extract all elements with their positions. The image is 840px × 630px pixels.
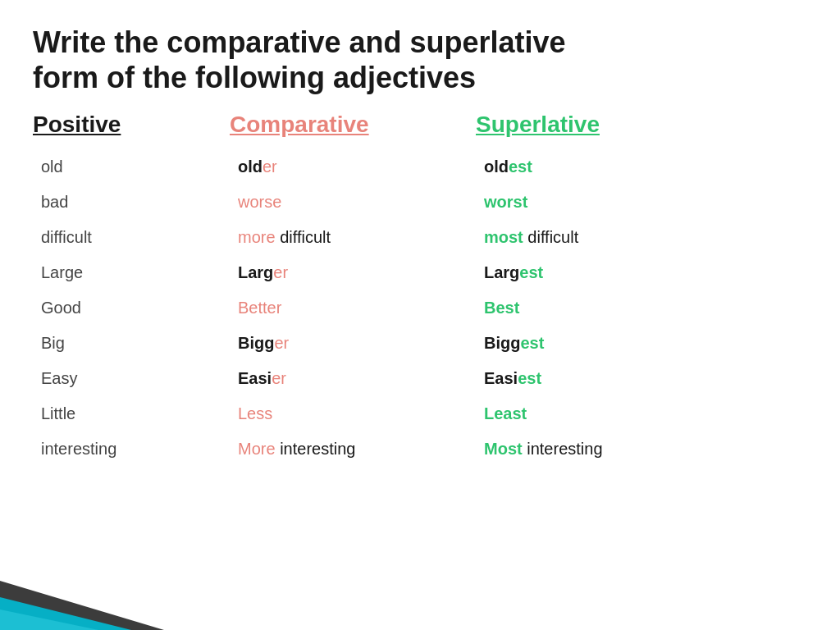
table-header: Positive Comparative Superlative (33, 112, 807, 141)
cell-positive: Easy (33, 369, 230, 388)
cell-superlative: Most interesting (476, 440, 807, 459)
cell-positive: Little (33, 404, 230, 423)
cell-superlative: Least (476, 404, 807, 423)
header-positive: Positive (33, 112, 230, 141)
cell-comparative: more difficult (230, 228, 476, 247)
cell-superlative: Easiest (476, 369, 807, 388)
title-line2: form of the following adjectives (33, 61, 476, 94)
header-comparative: Comparative (230, 112, 476, 141)
table-row: BigBiggerBiggest (33, 326, 807, 361)
cell-comparative: worse (230, 193, 476, 212)
cell-superlative: oldest (476, 158, 807, 176)
cell-positive: bad (33, 193, 230, 212)
table-row: badworseworst (33, 185, 807, 220)
cell-positive: Large (33, 263, 230, 282)
cell-comparative: Larger (230, 263, 476, 282)
cell-superlative: worst (476, 193, 807, 212)
table-row: EasyEasierEasiest (33, 361, 807, 396)
title-line1: Write the comparative and superlative (33, 25, 566, 59)
cell-positive: old (33, 158, 230, 176)
cell-comparative: Better (230, 299, 476, 317)
cell-comparative: More interesting (230, 440, 476, 459)
table-row: LargeLargerLargest (33, 255, 807, 290)
cell-superlative: most difficult (476, 228, 807, 247)
table-body: oldolderoldestbadworseworstdifficultmore… (33, 149, 807, 467)
cell-positive: difficult (33, 228, 230, 247)
table-row: LittleLessLeast (33, 396, 807, 431)
table-row: difficultmore difficultmost difficult (33, 220, 807, 255)
page: Write the comparative and superlative fo… (0, 0, 840, 630)
cell-superlative: Biggest (476, 334, 807, 353)
page-title: Write the comparative and superlative fo… (33, 25, 807, 95)
cell-comparative: Easier (230, 369, 476, 388)
bottom-decoration (0, 564, 246, 630)
cell-comparative: older (230, 158, 476, 176)
cell-positive: Big (33, 334, 230, 353)
table-row: interestingMore interestingMost interest… (33, 431, 807, 467)
cell-superlative: Best (476, 299, 807, 317)
cell-comparative: Bigger (230, 334, 476, 353)
cell-positive: Good (33, 299, 230, 317)
table-row: GoodBetterBest (33, 290, 807, 326)
cell-superlative: Largest (476, 263, 807, 282)
cell-positive: interesting (33, 440, 230, 459)
header-superlative: Superlative (476, 112, 807, 141)
cell-comparative: Less (230, 404, 476, 423)
table-row: oldolderoldest (33, 149, 807, 185)
